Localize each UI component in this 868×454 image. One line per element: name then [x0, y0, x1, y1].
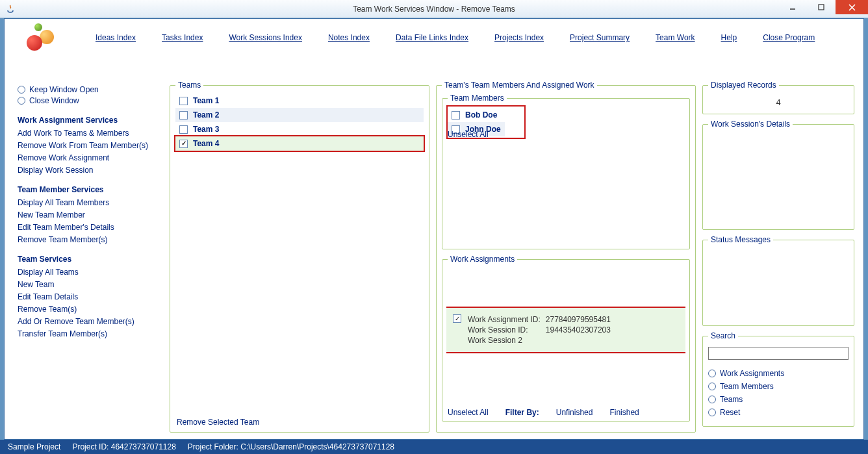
radio-icon [708, 409, 716, 416]
java-icon [5, 4, 16, 14]
team-label: Team 3 [193, 125, 219, 134]
close-button[interactable] [836, 0, 868, 14]
work-assignment-checkbox[interactable] [453, 314, 461, 323]
team-checkbox[interactable] [179, 111, 188, 120]
work-session-details-legend: Work Session's Details [708, 120, 793, 129]
menu-work-sessions-index[interactable]: Work Sessions Index [229, 33, 302, 42]
title-bar: Team Work Services Window - Remove Teams [0, 0, 868, 18]
section-team-member-services: Team Member Services [18, 185, 159, 194]
link-add-work[interactable]: Add Work To Teams & Members [18, 129, 159, 138]
menu-notes-index[interactable]: Notes Index [328, 33, 370, 42]
app-frame: Ideas Index Tasks Index Work Sessions In… [4, 18, 864, 440]
team-checkbox[interactable] [179, 97, 188, 105]
member-row[interactable]: Bob Doe [448, 108, 505, 122]
radio-icon [18, 97, 25, 105]
menu-team-work[interactable]: Team Work [656, 33, 695, 42]
team-row[interactable]: Team 3 [175, 122, 424, 136]
team-row[interactable]: Team 1 [175, 94, 424, 108]
members-and-work-legend: Team's Team Members And Assigned Work [442, 81, 597, 90]
ws-name: Work Session 2 [468, 335, 546, 346]
search-opt-reset[interactable]: Reset [708, 408, 849, 417]
link-remove-team[interactable]: Remove Team(s) [18, 305, 159, 314]
section-team-services: Team Services [18, 255, 159, 264]
ws-id-label: Work Session ID: [468, 325, 546, 335]
menu-tasks-index[interactable]: Tasks Index [162, 33, 203, 42]
status-project: Sample Project [8, 442, 60, 451]
work-assignments-scroll[interactable]: Work Assignment ID:277840979595481 Work … [446, 275, 685, 401]
team-row[interactable]: Team 2 [175, 108, 424, 122]
wa-unselect-all[interactable]: Unselect All [448, 408, 489, 417]
filter-by-label: Filter By: [505, 408, 539, 417]
menu-close-program[interactable]: Close Program [763, 33, 815, 42]
window-title: Team Work Services Window - Remove Teams [0, 5, 868, 14]
maximize-button[interactable] [807, 0, 836, 14]
menu-project-summary[interactable]: Project Summary [570, 33, 630, 42]
team-label: Team 2 [193, 110, 219, 120]
work-assignments-legend: Work Assignments [448, 255, 517, 264]
wa-id-value: 277840979595481 [546, 314, 616, 325]
menu-data-file-links-index[interactable]: Data File Links Index [396, 33, 468, 42]
link-edit-member[interactable]: Edit Team Member's Details [18, 223, 159, 232]
displayed-records-panel: Displayed Records 4 [702, 81, 854, 114]
team-label: Team 1 [193, 96, 219, 105]
search-input[interactable] [708, 347, 849, 360]
radio-keep-window-open[interactable]: Keep Window Open [18, 85, 159, 94]
link-remove-work-from-members[interactable]: Remove Work From Team Member(s) [18, 141, 159, 150]
ws-id-value: 194435402307203 [546, 325, 616, 335]
search-legend: Search [708, 331, 738, 340]
status-messages-panel: Status Messages [702, 235, 854, 326]
status-messages-legend: Status Messages [708, 235, 773, 244]
search-opt-work-assignments[interactable]: Work Assignments [708, 369, 849, 378]
link-remove-work-assignment[interactable]: Remove Work Assignment [18, 153, 159, 162]
radio-icon [708, 370, 716, 377]
search-opt-team-members[interactable]: Team Members [708, 382, 849, 391]
team-members-panel: Team Members Bob DoeJohn Doe Unselect Al… [442, 94, 690, 249]
work-assignments-panel: Work Assignments Work Assignment ID:2778… [442, 255, 690, 422]
app-logo [24, 23, 57, 52]
member-label: Bob Doe [465, 110, 497, 120]
link-display-all-members[interactable]: Display All Team Members [18, 198, 159, 207]
team-row[interactable]: Team 4 [175, 136, 424, 151]
teams-legend: Teams [175, 81, 203, 90]
link-new-team[interactable]: New Team [18, 280, 159, 289]
filter-finished[interactable]: Finished [609, 408, 639, 417]
remove-selected-team[interactable]: Remove Selected Team [177, 418, 259, 427]
menu-strip: Ideas Index Tasks Index Work Sessions In… [5, 19, 863, 57]
status-bar: Sample Project Project ID: 4642737370711… [0, 440, 868, 454]
link-add-remove-members[interactable]: Add Or Remove Team Member(s) [18, 317, 159, 326]
link-display-all-teams[interactable]: Display All Teams [18, 268, 159, 277]
members-and-work-panel: Team's Team Members And Assigned Work Te… [436, 81, 696, 433]
section-work-assignment-services: Work Assignment Services [18, 116, 159, 125]
member-checkbox[interactable] [452, 111, 460, 120]
link-new-member[interactable]: New Team Member [18, 210, 159, 220]
wa-id-label: Work Assignment ID: [468, 314, 546, 325]
search-panel: Search Work Assignments Team Members Tea… [702, 331, 854, 427]
link-remove-member[interactable]: Remove Team Member(s) [18, 235, 159, 244]
team-label: Team 4 [193, 139, 219, 148]
status-project-id: Project ID: 464273737071128 [72, 442, 175, 451]
team-checkbox[interactable] [179, 125, 188, 134]
link-edit-team[interactable]: Edit Team Details [18, 292, 159, 301]
sidebar: Keep Window Open Close Window Work Assig… [14, 81, 163, 433]
team-members-legend: Team Members [448, 94, 507, 103]
displayed-records-count: 4 [708, 94, 849, 108]
menu-ideas-index[interactable]: Ideas Index [96, 33, 136, 42]
menu-help[interactable]: Help [721, 33, 737, 42]
displayed-records-legend: Displayed Records [708, 81, 779, 90]
status-project-folder: Project Folder: C:\Users\Darren\Projects… [188, 442, 394, 451]
members-unselect-all[interactable]: Unselect All [448, 130, 489, 139]
team-checkbox[interactable] [179, 140, 188, 148]
link-transfer-members[interactable]: Transfer Team Member(s) [18, 329, 159, 338]
radio-close-window[interactable]: Close Window [18, 96, 159, 105]
search-opt-teams[interactable]: Teams [708, 395, 849, 404]
work-assignment-item[interactable]: Work Assignment ID:277840979595481 Work … [446, 308, 685, 352]
menu-projects-index[interactable]: Projects Index [494, 33, 544, 42]
radio-icon [708, 396, 716, 403]
radio-icon [708, 383, 716, 390]
filter-unfinished[interactable]: Unfinished [556, 408, 593, 417]
minimize-button[interactable] [778, 0, 807, 14]
svg-rect-1 [819, 5, 824, 10]
link-display-work-session[interactable]: Display Work Session [18, 166, 159, 175]
radio-icon [18, 86, 25, 94]
teams-panel: Teams Team 1Team 2Team 3Team 4 Remove Se… [170, 81, 429, 433]
